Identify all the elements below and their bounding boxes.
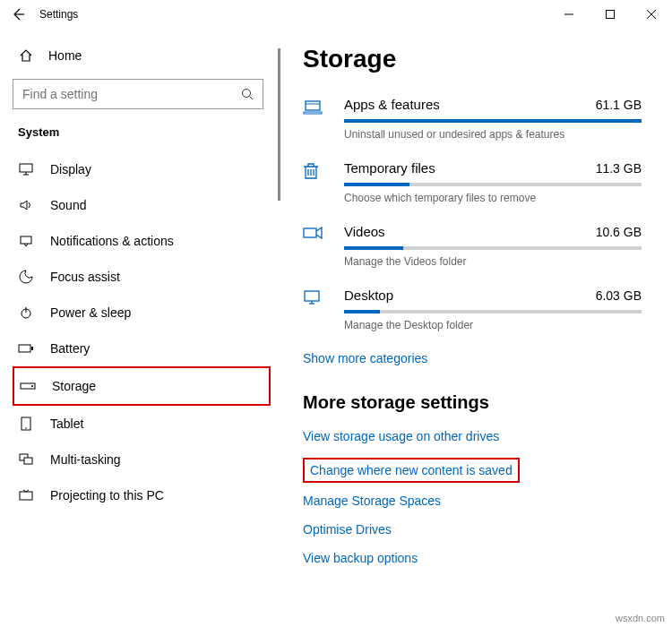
video-icon (303, 224, 344, 268)
back-button[interactable] (0, 0, 36, 29)
sidebar-item-label: Focus assist (50, 270, 120, 284)
link-manage-storage-spaces[interactable]: Manage Storage Spaces (303, 494, 642, 508)
notifications-icon (18, 235, 34, 247)
category-size: 61.1 GB (596, 98, 642, 112)
sidebar-item-label: Display (50, 162, 91, 176)
svg-rect-9 (21, 236, 31, 244)
window-controls (548, 0, 672, 29)
category-name: Apps & features (344, 97, 596, 112)
section-label: System (13, 125, 271, 151)
sidebar-item-label: Multi-tasking (50, 452, 121, 467)
power-icon (18, 305, 34, 320)
sidebar-item-tablet[interactable]: Tablet (13, 406, 271, 442)
category-size: 11.3 GB (596, 161, 642, 176)
arrow-left-icon (11, 7, 25, 21)
svg-rect-20 (20, 492, 32, 500)
storage-category[interactable]: Temporary files11.3 GBChoose which tempo… (303, 160, 642, 204)
usage-bar (344, 119, 642, 123)
svg-rect-21 (306, 101, 320, 110)
tablet-icon (18, 417, 34, 431)
multitasking-icon (18, 453, 34, 466)
sidebar-item-storage[interactable]: Storage (13, 366, 271, 406)
sidebar-item-label: Battery (50, 341, 90, 356)
category-name: Desktop (344, 288, 596, 303)
minimize-button[interactable] (548, 0, 590, 29)
svg-rect-24 (304, 228, 316, 237)
category-desc: Manage the Videos folder (344, 255, 642, 268)
search-input[interactable] (13, 79, 263, 109)
window-title: Settings (36, 8, 78, 21)
link-optimise-drives[interactable]: Optimise Drives (303, 522, 642, 537)
svg-line-5 (250, 97, 254, 100)
main-pane: Storage Apps & features61.1 GBUninstall … (278, 29, 672, 627)
titlebar: Settings (0, 0, 672, 29)
search-icon (241, 88, 254, 100)
storage-icon (20, 382, 36, 391)
svg-rect-6 (20, 164, 32, 172)
sidebar-item-notifications[interactable]: Notifications & actions (13, 223, 271, 259)
sidebar-item-label: Sound (50, 198, 86, 212)
sidebar-item-focus-assist[interactable]: Focus assist (13, 259, 271, 295)
scrollbar[interactable] (278, 48, 280, 201)
watermark: wsxdn.com (616, 613, 665, 623)
battery-icon (18, 343, 34, 354)
svg-rect-12 (19, 345, 30, 352)
svg-rect-25 (305, 291, 319, 301)
storage-category[interactable]: Apps & features61.1 GBUninstall unused o… (303, 97, 642, 141)
nav-list: Display Sound Notifications & actions Fo… (13, 151, 271, 513)
storage-category[interactable]: Desktop6.03 GBManage the Desktop folder (303, 288, 642, 331)
apps-features-icon (303, 97, 344, 141)
storage-category[interactable]: Videos10.6 GBManage the Videos folder (303, 224, 642, 268)
link-view-storage-other-drives[interactable]: View storage usage on other drives (303, 429, 642, 443)
page-title: Storage (303, 45, 642, 73)
svg-point-15 (31, 385, 33, 387)
sidebar-item-label: Notifications & actions (50, 234, 174, 248)
usage-bar (344, 183, 642, 186)
more-storage-title: More storage settings (303, 392, 642, 413)
usage-bar (344, 246, 642, 250)
sound-icon (18, 199, 34, 211)
sidebar-item-label: Tablet (50, 417, 83, 431)
sidebar-item-label: Power & sleep (50, 305, 131, 320)
svg-rect-23 (304, 112, 322, 114)
display-icon (18, 163, 34, 176)
show-more-categories-link[interactable]: Show more categories (303, 351, 642, 365)
trash-icon (303, 160, 344, 204)
svg-point-4 (243, 90, 251, 98)
sidebar: Home System Display Sound Notifications … (0, 29, 278, 627)
sidebar-item-battery[interactable]: Battery (13, 331, 271, 366)
link-view-backup-options[interactable]: View backup options (303, 551, 642, 565)
category-desc: Choose which temporary files to remove (344, 192, 642, 204)
maximize-button[interactable] (590, 0, 631, 29)
category-desc: Manage the Desktop folder (344, 319, 642, 331)
home-label: Home (48, 48, 82, 63)
home-link[interactable]: Home (13, 41, 271, 79)
projecting-icon (18, 489, 34, 502)
category-size: 10.6 GB (596, 225, 642, 239)
home-icon (18, 48, 34, 63)
svg-point-17 (25, 427, 27, 429)
sidebar-item-display[interactable]: Display (13, 151, 271, 187)
close-button[interactable] (631, 0, 672, 29)
category-name: Videos (344, 224, 596, 239)
svg-rect-1 (607, 11, 615, 19)
category-name: Temporary files (344, 160, 596, 176)
sidebar-item-multitasking[interactable]: Multi-tasking (13, 442, 271, 477)
svg-rect-19 (24, 458, 32, 464)
svg-rect-13 (31, 347, 33, 350)
sidebar-item-sound[interactable]: Sound (13, 187, 271, 223)
category-desc: Uninstall unused or undesired apps & fea… (344, 128, 642, 141)
search-field[interactable] (22, 87, 241, 101)
sidebar-item-label: Storage (52, 379, 96, 393)
category-size: 6.03 GB (596, 288, 642, 303)
focus-assist-icon (18, 270, 34, 284)
usage-bar (344, 310, 642, 314)
sidebar-item-power-sleep[interactable]: Power & sleep (13, 295, 271, 331)
desktop-icon (303, 288, 344, 331)
sidebar-item-label: Projecting to this PC (50, 488, 164, 502)
sidebar-item-projecting[interactable]: Projecting to this PC (13, 477, 271, 513)
link-change-where-new-content[interactable]: Change where new content is saved (303, 458, 520, 483)
